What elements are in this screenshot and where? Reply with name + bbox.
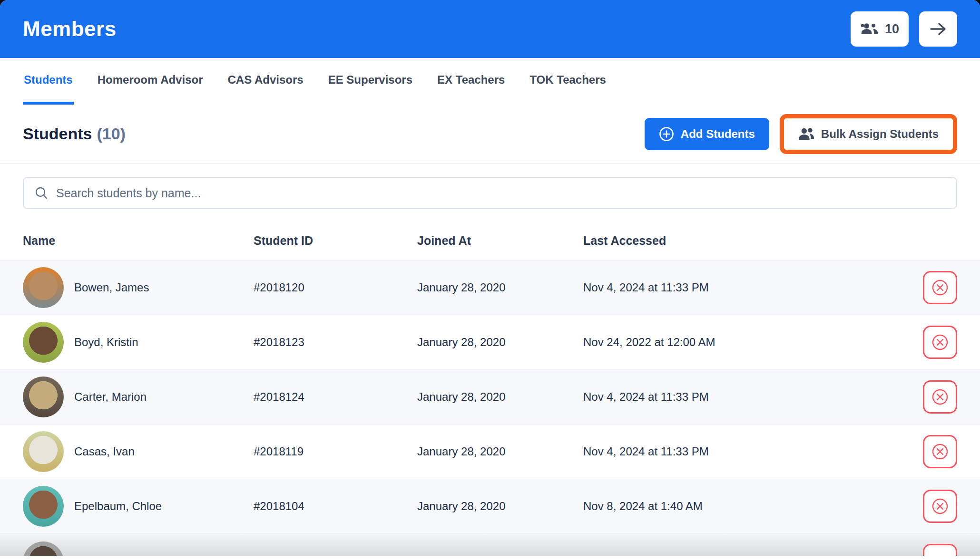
users-group-icon bbox=[860, 22, 879, 36]
remove-student-button[interactable] bbox=[923, 271, 957, 304]
joined-at: January 28, 2020 bbox=[417, 281, 583, 294]
section-title-text: Students bbox=[23, 125, 92, 143]
student-id: #2018124 bbox=[254, 390, 417, 404]
avatar bbox=[23, 377, 64, 417]
tab-label: Students bbox=[24, 73, 73, 87]
remove-student-button[interactable] bbox=[923, 435, 957, 468]
users-icon bbox=[798, 127, 814, 141]
search-icon bbox=[34, 186, 49, 200]
table-row: Casas, Ivan #2018119 January 28, 2020 No… bbox=[0, 425, 980, 479]
tab-students[interactable]: Students bbox=[23, 58, 74, 105]
table-row: Carter, Marion #2018124 January 28, 2020… bbox=[0, 370, 980, 425]
page-header: Members 10 bbox=[0, 0, 980, 58]
members-page: Members 10 Students H bbox=[0, 0, 980, 560]
remove-student-button[interactable] bbox=[923, 544, 957, 556]
tab-label: TOK Teachers bbox=[529, 73, 606, 87]
search-input[interactable] bbox=[56, 186, 946, 200]
table-row: Bowen, James #2018120 January 28, 2020 N… bbox=[0, 261, 980, 315]
remove-icon bbox=[931, 279, 949, 297]
last-accessed: Nov 4, 2024 at 11:33 PM bbox=[583, 281, 922, 294]
remove-student-button[interactable] bbox=[923, 326, 957, 359]
joined-at: January 28, 2020 bbox=[417, 500, 583, 513]
last-accessed: Nov 8, 2024 at 1:40 AM bbox=[583, 500, 922, 513]
bulk-assign-highlight-annotation: Bulk Assign Students bbox=[780, 114, 957, 154]
column-header-last-accessed: Last Accessed bbox=[583, 234, 922, 248]
student-name: Casas, Ivan bbox=[74, 445, 135, 458]
student-name: Boyd, Kristin bbox=[74, 336, 138, 349]
arrow-right-icon bbox=[930, 21, 947, 37]
page-title: Members bbox=[23, 17, 117, 41]
student-name: Epelbaum, Chloe bbox=[74, 500, 162, 513]
table-row: Boyd, Kristin #2018123 January 28, 2020 … bbox=[0, 315, 980, 370]
member-count-value: 10 bbox=[885, 22, 899, 37]
table-row-partial bbox=[0, 534, 980, 556]
bulk-assign-students-button[interactable]: Bulk Assign Students bbox=[784, 118, 953, 150]
remove-icon bbox=[931, 333, 949, 351]
joined-at: January 28, 2020 bbox=[417, 336, 583, 349]
tab-homeroom-advisor[interactable]: Homeroom Advisor bbox=[97, 58, 204, 105]
last-accessed: Nov 24, 2022 at 12:00 AM bbox=[583, 336, 922, 349]
column-header-joined-at: Joined At bbox=[417, 234, 583, 248]
student-id: #2018119 bbox=[254, 445, 417, 458]
member-type-tabs: Students Homeroom Advisor CAS Advisors E… bbox=[0, 58, 980, 105]
tab-cas-advisors[interactable]: CAS Advisors bbox=[226, 58, 304, 105]
student-id: #2018123 bbox=[254, 336, 417, 349]
section-title: Students(10) bbox=[23, 125, 126, 143]
remove-icon bbox=[931, 443, 949, 461]
student-name: Carter, Marion bbox=[74, 390, 147, 404]
remove-icon bbox=[931, 388, 949, 406]
avatar bbox=[23, 431, 64, 472]
avatar bbox=[23, 267, 64, 308]
member-count-badge[interactable]: 10 bbox=[851, 11, 909, 47]
search-row bbox=[0, 164, 980, 222]
tab-ex-teachers[interactable]: EX Teachers bbox=[436, 58, 506, 105]
student-name: Bowen, James bbox=[74, 281, 149, 294]
bulk-assign-label: Bulk Assign Students bbox=[821, 127, 939, 141]
joined-at: January 28, 2020 bbox=[417, 445, 583, 458]
plus-circle-icon bbox=[659, 126, 674, 142]
table-header: Name Student ID Joined At Last Accessed bbox=[0, 222, 980, 261]
student-id: #2018120 bbox=[254, 281, 417, 294]
last-accessed: Nov 4, 2024 at 11:33 PM bbox=[583, 390, 922, 404]
tab-ee-supervisors[interactable]: EE Supervisors bbox=[327, 58, 413, 105]
avatar bbox=[23, 541, 64, 556]
tab-label: EX Teachers bbox=[437, 73, 505, 87]
tab-label: Homeroom Advisor bbox=[98, 73, 203, 87]
add-students-label: Add Students bbox=[681, 127, 755, 141]
column-header-name: Name bbox=[23, 234, 254, 248]
remove-student-button[interactable] bbox=[923, 380, 957, 414]
section-count: (10) bbox=[97, 125, 125, 143]
table-row: Epelbaum, Chloe #2018104 January 28, 202… bbox=[0, 479, 980, 534]
section-header: Students(10) Add Students bbox=[0, 105, 980, 164]
student-id: #2018104 bbox=[254, 500, 417, 513]
column-header-student-id: Student ID bbox=[254, 234, 417, 248]
remove-student-button[interactable] bbox=[923, 490, 957, 523]
joined-at: January 28, 2020 bbox=[417, 390, 583, 404]
search-box bbox=[23, 177, 957, 209]
last-accessed: Nov 4, 2024 at 11:33 PM bbox=[583, 445, 922, 458]
tab-tok-teachers[interactable]: TOK Teachers bbox=[529, 58, 607, 105]
avatar bbox=[23, 486, 64, 527]
avatar bbox=[23, 322, 64, 363]
add-students-button[interactable]: Add Students bbox=[645, 118, 769, 150]
remove-icon bbox=[931, 497, 949, 515]
tab-label: EE Supervisors bbox=[328, 73, 412, 87]
collapse-panel-button[interactable] bbox=[919, 11, 957, 47]
tab-label: CAS Advisors bbox=[227, 73, 303, 87]
